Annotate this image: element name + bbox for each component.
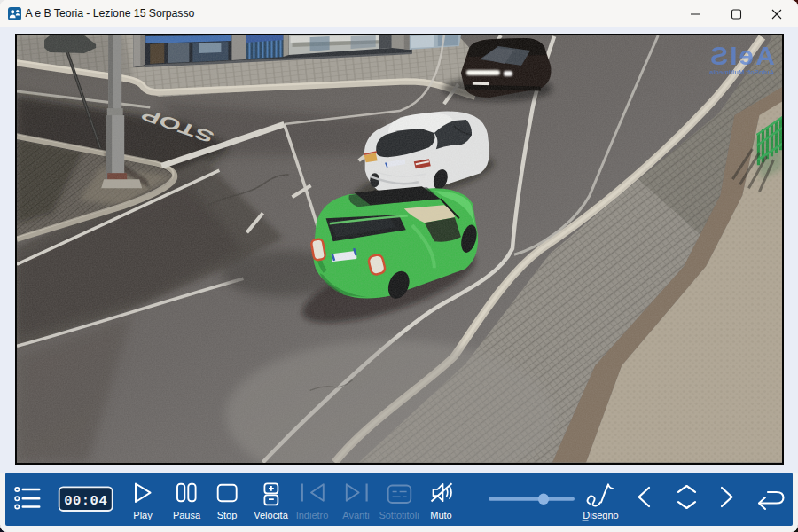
svg-text:Pausa: Pausa — [173, 510, 201, 520]
svg-text:Indietro: Indietro — [296, 510, 329, 520]
svg-text:Avanti: Avanti — [342, 510, 369, 520]
svg-text:Stop: Stop — [217, 510, 238, 520]
svg-text:AeIS: AeIS — [708, 41, 775, 70]
svg-text:Play: Play — [133, 510, 153, 520]
svg-text:Sottotitoli: Sottotitoli — [379, 510, 419, 520]
svg-text:00:04: 00:04 — [64, 493, 107, 509]
svg-text:AutoSoft Multimedia: AutoSoft Multimedia — [708, 68, 774, 76]
svg-text:Disegno: Disegno — [583, 510, 618, 520]
svg-text:Muto: Muto — [430, 510, 451, 520]
svg-text:Velocità: Velocità — [254, 510, 288, 520]
